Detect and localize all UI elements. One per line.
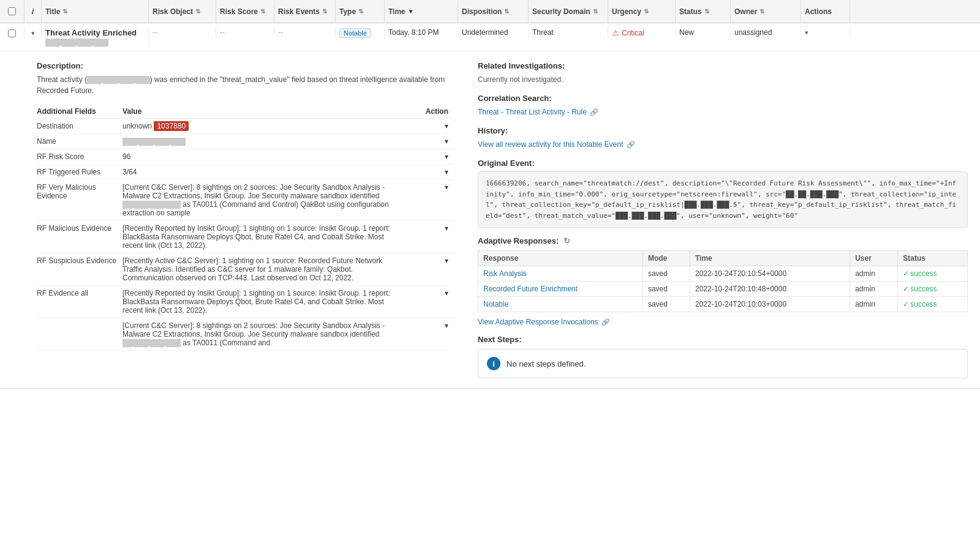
success-text-2: success <box>910 285 937 293</box>
field-name-name: Name <box>37 134 123 149</box>
destination-action[interactable]: ▾ <box>417 119 453 134</box>
th-security-domain[interactable]: Security Domain ⇅ <box>529 0 608 23</box>
field-value-rf-evidence-all-1: [Recently Reported by Insikt Group]: 1 s… <box>123 286 398 318</box>
adaptive-th-mode: Mode <box>643 251 690 266</box>
urgency-critical-container: ⚠ Critical <box>612 28 671 37</box>
th-status[interactable]: Status ⇅ <box>676 0 731 23</box>
name-redacted: ███ ███.███.███ <box>123 138 186 145</box>
th-type[interactable]: Type ⇅ <box>336 0 385 23</box>
urgency-sort-icon: ⇅ <box>644 8 649 15</box>
th-risk-score[interactable]: Risk Score ⇅ <box>216 0 274 23</box>
security-domain-sort-icon: ⇅ <box>593 8 598 15</box>
row-time: Today, 8:10 PM <box>385 27 458 38</box>
time-sort-icon: ▼ <box>408 8 414 15</box>
row-checkbox[interactable] <box>8 29 16 37</box>
adaptive-user-2: admin <box>850 282 898 297</box>
related-investigations-label: Related Investigations: <box>478 61 968 70</box>
th-time[interactable]: Time ▼ <box>385 0 458 23</box>
row-checkbox-cell <box>0 27 24 39</box>
th-owner[interactable]: Owner ⇅ <box>731 0 801 23</box>
th-title[interactable]: Title ⇅ <box>42 0 149 23</box>
adaptive-th-status: Status <box>898 251 968 266</box>
adaptive-user-3: admin <box>850 297 898 312</box>
adaptive-row-risk-analysis: Risk Analysis saved 2022-10-24T20:10:54+… <box>478 266 968 282</box>
next-steps-info-icon: i <box>487 357 500 370</box>
field-row-destination: Destination unknown 1037880 ▾ <box>37 119 453 134</box>
row-status: New <box>676 27 731 38</box>
field-row-rf-evidence-all-2: [Current C&C Server]: 8 sightings on 2 s… <box>37 318 453 351</box>
correlation-search-content: Threat - Threat List Activity - Rule 🔗 <box>478 106 968 118</box>
name-action[interactable]: ▾ <box>417 134 453 149</box>
rf-malicious-action[interactable]: ▾ <box>417 221 453 253</box>
adaptive-time-2: 2022-10-24T20:10:48+0000 <box>690 282 850 297</box>
th-risk-events[interactable]: Risk Events ⇅ <box>274 0 336 23</box>
rf-triggered-rules-action[interactable]: ▾ <box>417 165 453 180</box>
row-title-cell: Threat Activity Enriched ███ ███.███.███ <box>42 27 149 47</box>
rf-enrichment-link[interactable]: Recorded Future Enrichment <box>483 285 578 293</box>
view-adaptive-link[interactable]: View Adaptive Response Invocations <box>478 318 598 326</box>
success-check-2: ✓ <box>903 285 909 293</box>
success-text-1: success <box>910 269 937 278</box>
field-row-rf-evidence-all-1: RF Evidence all [Recently Reported by In… <box>37 286 453 318</box>
rf-evidence-all-2-action[interactable]: ▾ <box>417 318 453 351</box>
th-risk-object[interactable]: Risk Object ⇅ <box>149 0 216 23</box>
adaptive-th-user: User <box>850 251 898 266</box>
status-sort-icon: ⇅ <box>704 8 709 15</box>
adaptive-th-response: Response <box>478 251 643 266</box>
adaptive-responses-header: Adaptive Responses: ↻ <box>478 236 968 245</box>
adaptive-status-1: ✓success <box>898 266 968 282</box>
type-sort-icon: ⇅ <box>358 8 363 15</box>
field-row-rf-suspicious: RF Suspicious Evidence [Recently Active … <box>37 253 453 286</box>
row-risk-events: -- <box>274 27 336 38</box>
th-urgency[interactable]: Urgency ⇅ <box>608 0 676 23</box>
field-value-rf-malicious: [Recently Reported by Insikt Group]: 1 s… <box>123 221 398 253</box>
row-type: Notable <box>336 27 385 39</box>
urgency-warning-icon: ⚠ <box>612 28 619 37</box>
urgency-label: Critical <box>622 29 644 37</box>
rf-suspicious-action[interactable]: ▾ <box>417 253 453 286</box>
row-owner: unassigned <box>731 27 801 38</box>
adaptive-mode-3: saved <box>643 297 690 312</box>
success-check-1: ✓ <box>903 269 909 278</box>
next-steps-text: No next steps defined. <box>507 359 586 368</box>
adaptive-response-rf-enrichment: Recorded Future Enrichment <box>478 282 643 297</box>
adaptive-time-1: 2022-10-24T20:10:54+0000 <box>690 266 850 282</box>
description-text: Threat activity (███ ███.███.███) was en… <box>37 74 453 96</box>
select-all-checkbox[interactable] <box>8 7 16 15</box>
risk-score-sort-icon: ⇅ <box>260 8 265 15</box>
history-link[interactable]: View all review activity for this Notabl… <box>478 140 623 149</box>
actions-dropdown-icon[interactable]: ▾ <box>805 29 809 36</box>
correlation-search-link[interactable]: Threat - Threat List Activity - Rule <box>478 108 587 116</box>
history-ext-icon: 🔗 <box>627 141 635 148</box>
rf-evidence-ip: ██.███.███.███ <box>123 339 181 346</box>
row-disposition: Undetermined <box>458 27 529 38</box>
history-content: View all review activity for this Notabl… <box>478 139 968 150</box>
adaptive-refresh-icon[interactable]: ↻ <box>564 236 570 245</box>
row-expand-cell[interactable]: ▾ <box>24 27 42 39</box>
rf-evidence-all-action[interactable]: ▾ <box>417 286 453 318</box>
risk-analysis-link[interactable]: Risk Analysis <box>483 269 527 278</box>
table-row: ▾ Threat Activity Enriched ███ ███.███.█… <box>0 23 980 51</box>
row-title-main: Threat Activity Enriched <box>45 28 145 37</box>
notable-link[interactable]: Notable <box>483 300 508 308</box>
row-urgency: ⚠ Critical <box>608 27 676 39</box>
view-adaptive-ext-icon: 🔗 <box>601 318 610 326</box>
rf-risk-score-action[interactable]: ▾ <box>417 149 453 165</box>
detail-panel: Description: Threat activity (███ ███.██… <box>0 51 980 389</box>
th-disposition[interactable]: Disposition ⇅ <box>458 0 529 23</box>
row-actions[interactable]: ▾ <box>801 27 850 38</box>
related-investigations-text: Currently not investigated. <box>478 74 968 85</box>
risk-object-sort-icon: ⇅ <box>195 8 200 15</box>
row-expand-icon[interactable]: ▾ <box>31 29 35 37</box>
field-value-rf-triggered-rules: 3/64 <box>123 165 398 180</box>
adaptive-user-1: admin <box>850 266 898 282</box>
adaptive-th-time: Time <box>690 251 850 266</box>
th-empty <box>398 105 417 119</box>
field-name-rf-evidence-all: RF Evidence all <box>37 286 123 318</box>
field-value-rf-evidence-all-2: [Current C&C Server]: 8 sightings on 2 s… <box>123 318 398 351</box>
adaptive-row-notable: Notable saved 2022-10-24T20:10:03+0000 a… <box>478 297 968 312</box>
detail-right: Related Investigations: Currently not in… <box>478 61 968 378</box>
field-value-destination: unknown 1037880 <box>123 119 398 134</box>
success-text-3: success <box>910 300 937 308</box>
rf-very-malicious-action[interactable]: ▾ <box>417 180 453 221</box>
